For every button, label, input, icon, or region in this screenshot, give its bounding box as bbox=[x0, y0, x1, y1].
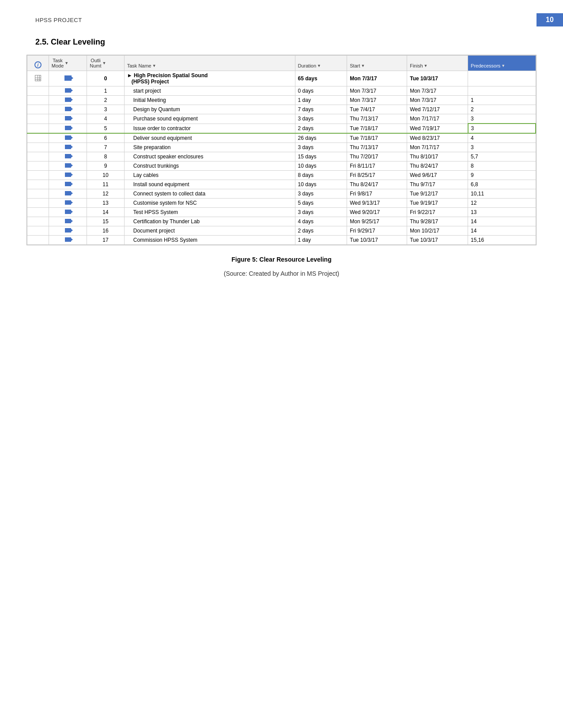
cell-predecessors: 9 bbox=[468, 171, 536, 180]
table-row: 16Document project2 daysFri 9/29/17Mon 1… bbox=[27, 226, 536, 236]
cell-predecessors: 1 bbox=[468, 96, 536, 105]
cell-num: 10 bbox=[87, 171, 124, 180]
cell-predecessors: 12 bbox=[468, 199, 536, 208]
cell-info bbox=[27, 96, 49, 105]
cell-start: Thu 7/13/17 bbox=[347, 143, 407, 152]
project-table: i TaskMode ▼ OutliNumt ▼ Task N bbox=[27, 55, 536, 245]
cell-name: Test HPSS System bbox=[124, 208, 295, 217]
cell-name: Purchase sound equipment bbox=[124, 114, 295, 124]
normal-task-icon bbox=[65, 191, 71, 195]
cell-mode bbox=[49, 114, 87, 124]
table-row: 8Construct speaker enclosures15 daysThu … bbox=[27, 152, 536, 161]
col-num-filter[interactable]: ▼ bbox=[102, 61, 106, 65]
cell-mode bbox=[49, 96, 87, 105]
col-mode-label: TaskMode bbox=[52, 58, 64, 68]
cell-num: 6 bbox=[87, 133, 124, 143]
cell-duration: 10 days bbox=[295, 180, 347, 189]
cell-duration: 0 days bbox=[295, 86, 347, 96]
col-header-num[interactable]: OutliNumt ▼ bbox=[87, 56, 124, 71]
cell-duration: 10 days bbox=[295, 161, 347, 171]
normal-task-icon bbox=[65, 154, 71, 158]
cell-info bbox=[27, 71, 49, 86]
cell-finish: Wed 9/6/17 bbox=[407, 171, 468, 180]
cell-duration: 3 days bbox=[295, 143, 347, 152]
col-start-filter[interactable]: ▼ bbox=[361, 64, 365, 68]
col-mode-filter[interactable]: ▼ bbox=[64, 61, 68, 65]
col-header-duration[interactable]: Duration ▼ bbox=[295, 56, 347, 71]
table-row: 12Connect system to collect data3 daysFr… bbox=[27, 189, 536, 199]
summary-task-icon bbox=[64, 75, 72, 81]
cell-info bbox=[27, 133, 49, 143]
cell-predecessors: 8 bbox=[468, 161, 536, 171]
cell-finish: Thu 8/10/17 bbox=[407, 152, 468, 161]
cell-name: Document project bbox=[124, 226, 295, 236]
col-header-start[interactable]: Start ▼ bbox=[347, 56, 407, 71]
normal-task-icon bbox=[65, 98, 71, 102]
cell-finish: Thu 8/24/17 bbox=[407, 161, 468, 171]
cell-finish: Tue 9/19/17 bbox=[407, 199, 468, 208]
table-row: 7Site preparation3 daysThu 7/13/17Mon 7/… bbox=[27, 143, 536, 152]
table-row: 9Construct trunkings10 daysFri 8/11/17Th… bbox=[27, 161, 536, 171]
col-dur-filter[interactable]: ▼ bbox=[317, 64, 321, 68]
cell-mode bbox=[49, 226, 87, 236]
cell-info bbox=[27, 180, 49, 189]
cell-start: Fri 9/8/17 bbox=[347, 189, 407, 199]
cell-name: Construct speaker enclosures bbox=[124, 152, 295, 161]
cell-info bbox=[27, 189, 49, 199]
page-number: 10 bbox=[537, 13, 563, 26]
cell-num: 15 bbox=[87, 217, 124, 226]
cell-name: Connect system to collect data bbox=[124, 189, 295, 199]
normal-task-icon bbox=[65, 163, 71, 168]
cell-predecessors bbox=[468, 71, 536, 86]
cell-num: 17 bbox=[87, 236, 124, 245]
cell-start: Mon 7/3/17 bbox=[347, 86, 407, 96]
info-icon: i bbox=[34, 61, 42, 68]
normal-task-icon bbox=[65, 145, 71, 149]
cell-finish: Mon 10/2/17 bbox=[407, 226, 468, 236]
col-header-name[interactable]: Task Name ▼ bbox=[124, 56, 295, 71]
cell-finish: Wed 7/19/17 bbox=[407, 124, 468, 133]
cell-num: 14 bbox=[87, 208, 124, 217]
cell-predecessors: 3 bbox=[468, 124, 536, 133]
cell-info bbox=[27, 226, 49, 236]
cell-mode bbox=[49, 208, 87, 217]
cell-name: Issue order to contractor bbox=[124, 124, 295, 133]
source-caption: (Source: Created by Author in MS Project… bbox=[35, 270, 528, 277]
table-row: 5Issue order to contractor2 daysTue 7/18… bbox=[27, 124, 536, 133]
cell-duration: 2 days bbox=[295, 124, 347, 133]
col-pred-label: Predecessors bbox=[471, 63, 500, 68]
cell-mode bbox=[49, 161, 87, 171]
cell-mode bbox=[49, 171, 87, 180]
milestone-task-icon bbox=[65, 88, 71, 93]
table-row: 17Commission HPSS System1 dayTue 10/3/17… bbox=[27, 236, 536, 245]
table-row: 4Purchase sound equipment3 daysThu 7/13/… bbox=[27, 114, 536, 124]
normal-task-icon bbox=[65, 126, 71, 130]
cell-name: start project bbox=[124, 86, 295, 96]
normal-task-icon bbox=[65, 135, 71, 140]
table-row: 3Design by Quantum7 daysTue 7/4/17Wed 7/… bbox=[27, 105, 536, 114]
cell-start: Mon 9/25/17 bbox=[347, 217, 407, 226]
cell-name: Commission HPSS System bbox=[124, 236, 295, 245]
cell-duration: 65 days bbox=[295, 71, 347, 86]
cell-mode bbox=[49, 71, 87, 86]
cell-name: Install sound equipment bbox=[124, 180, 295, 189]
col-header-mode[interactable]: TaskMode ▼ bbox=[49, 56, 87, 71]
cell-mode bbox=[49, 180, 87, 189]
col-pred-filter[interactable]: ▼ bbox=[501, 64, 505, 68]
cell-mode bbox=[49, 105, 87, 114]
cell-num: 11 bbox=[87, 180, 124, 189]
cell-start: Tue 10/3/17 bbox=[347, 236, 407, 245]
cell-num: 7 bbox=[87, 143, 124, 152]
table-row: 0► High Precision Spatial Sound (HPSS) P… bbox=[27, 71, 536, 86]
col-header-finish[interactable]: Finish ▼ bbox=[407, 56, 468, 71]
cell-info bbox=[27, 199, 49, 208]
col-finish-filter[interactable]: ▼ bbox=[424, 64, 428, 68]
col-finish-label: Finish bbox=[410, 63, 423, 68]
table-row: 10Lay cables8 daysFri 8/25/17Wed 9/6/179 bbox=[27, 171, 536, 180]
col-header-predecessors[interactable]: Predecessors ▼ bbox=[468, 56, 536, 71]
col-start-label: Start bbox=[350, 63, 360, 68]
normal-task-icon bbox=[65, 182, 71, 186]
cell-duration: 3 days bbox=[295, 189, 347, 199]
cell-info bbox=[27, 152, 49, 161]
col-name-filter[interactable]: ▼ bbox=[152, 64, 156, 68]
